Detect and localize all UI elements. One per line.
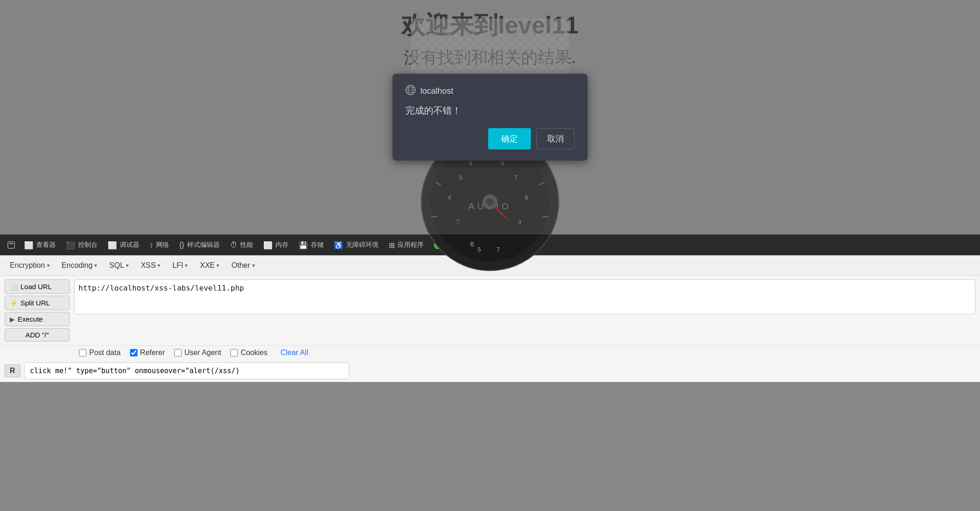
style-editor-label: 样式编辑器 [187,241,220,249]
memory-label: 内存 [275,241,288,249]
load-url-label: Load URL [20,283,52,291]
split-url-button[interactable]: ⚡ Split URL [5,296,70,310]
memory-icon: ⬜ [263,241,273,250]
other-label: Other [231,261,250,270]
hackbar-panel: Encryption ▾ Encoding ▾ SQL ▾ XSS ▾ LFI … [0,255,980,382]
load-url-button[interactable]: ⬜ Load URL [5,279,70,294]
user-agent-option[interactable]: User Agent [174,349,221,357]
menu-lfi[interactable]: LFI ▾ [167,259,193,272]
hackbar-options: Post data Referer User Agent Cookies Cle… [0,345,980,360]
application-icon: ⊞ [389,241,395,250]
lfi-chevron-icon: ▾ [185,262,188,269]
dialog-header: localhost [405,85,575,97]
devtools-tab-memory[interactable]: ⬜ 内存 [259,239,293,252]
dialog-buttons: 确定 取消 [405,128,575,149]
storage-icon: 💾 [299,241,308,250]
network-label: 网络 [156,241,169,249]
inspector-label: 查看器 [36,241,56,249]
inspector-icon: ⬜ [24,241,33,250]
hackbar-payload-row: R [0,360,980,382]
svg-rect-30 [9,243,13,244]
sql-label: SQL [109,261,124,270]
xxe-label: XXE [200,261,215,270]
globe-icon [405,85,416,97]
lfi-label: LFI [172,261,183,270]
add-slash-button[interactable]: ADD "/" [5,328,70,342]
accessibility-label: 无障碍环境 [346,241,379,249]
post-data-label: Post data [89,349,121,357]
menu-encryption[interactable]: Encryption ▾ [5,259,55,272]
split-url-icon: ⚡ [10,299,18,307]
dialog-message: 完成的不错！ [405,104,575,117]
debugger-icon: ⬜ [108,241,117,250]
dialog-hostname: localhost [420,86,453,96]
devtools-tab-network[interactable]: ↕ 网络 [145,239,174,251]
devtools-tab-debugger[interactable]: ⬜ 调试器 [103,239,144,252]
post-data-checkbox[interactable] [79,349,86,356]
cookies-label: Cookies [241,349,268,357]
post-data-option[interactable]: Post data [79,349,121,357]
execute-button[interactable]: ▶ Execute [5,312,70,326]
xss-label: XSS [141,261,156,270]
menu-encoding[interactable]: Encoding ▾ [57,259,103,272]
dialog-confirm-button[interactable]: 确定 [488,128,531,149]
application-label: 应用程序 [398,241,424,249]
encoding-label: Encoding [62,261,93,270]
execute-icon: ▶ [10,316,15,323]
console-label: 控制台 [78,241,98,249]
devtools-tab-accessibility[interactable]: ♿ 无障碍环境 [329,239,383,252]
encryption-chevron-icon: ▾ [47,262,50,269]
devtools-tab-style-editor[interactable]: {} 样式编辑器 [175,239,224,251]
hackbar-action-buttons: ⬜ Load URL ⚡ Split URL ▶ Execute ADD "/" [5,279,70,342]
split-url-label: Split URL [20,299,50,307]
performance-label: 性能 [240,241,253,249]
svg-text:6: 6 [470,240,474,248]
payload-r-badge: R [5,364,20,377]
devtools-tab-performance[interactable]: ⏱ 性能 [225,239,258,251]
style-editor-icon: {} [179,241,184,249]
menu-sql[interactable]: SQL ▾ [104,259,134,272]
execute-label: Execute [18,315,43,323]
main-page: 欢迎来到level11 没有找到和相关的结果. click me! AUDIO … [0,0,980,234]
encoding-chevron-icon: ▾ [94,262,97,269]
user-agent-checkbox[interactable] [174,349,182,356]
encryption-label: Encryption [10,261,45,270]
svg-text:7: 7 [497,246,500,253]
url-input[interactable]: http://localhost/xss-labs/level11.php [74,279,975,314]
user-agent-label: User Agent [184,349,221,357]
add-slash-label: ADD "/" [26,331,49,339]
other-chevron-icon: ▾ [252,262,255,269]
sql-chevron-icon: ▾ [126,262,129,269]
devtools-tab-storage[interactable]: 💾 存储 [294,239,328,252]
clear-all-link[interactable]: Clear All [281,349,308,357]
debugger-label: 调试器 [120,241,139,249]
payload-input[interactable] [24,362,349,379]
referer-label: Referer [140,349,165,357]
menu-other[interactable]: Other ▾ [226,259,260,272]
referer-checkbox[interactable] [130,349,137,356]
xss-chevron-icon: ▾ [157,262,160,269]
devtools-tab-console[interactable]: ⬛ 控制台 [61,239,102,252]
menu-xxe[interactable]: XXE ▾ [195,259,224,272]
console-icon: ⬛ [66,241,75,250]
accessibility-icon: ♿ [334,241,343,250]
dialog-overlay: localhost 完成的不错！ 确定 取消 [0,0,980,234]
svg-text:5: 5 [477,246,481,253]
storage-label: 存储 [311,241,324,249]
xxe-chevron-icon: ▾ [216,262,219,269]
referer-option[interactable]: Referer [130,349,165,357]
network-icon: ↕ [150,241,153,249]
svg-rect-29 [8,242,14,248]
load-url-icon: ⬜ [10,283,18,291]
dialog-cancel-button[interactable]: 取消 [536,128,575,149]
alert-dialog: localhost 完成的不错！ 确定 取消 [392,74,588,161]
menu-xss[interactable]: XSS ▾ [136,259,165,272]
cookies-option[interactable]: Cookies [230,349,268,357]
devtools-tab-inspector[interactable]: ⬜ 查看器 [20,239,60,252]
cookies-checkbox[interactable] [230,349,238,356]
devtools-back-icon[interactable] [4,238,19,252]
performance-icon: ⏱ [230,241,237,249]
hackbar-url-area: ⬜ Load URL ⚡ Split URL ▶ Execute ADD "/"… [0,276,980,345]
